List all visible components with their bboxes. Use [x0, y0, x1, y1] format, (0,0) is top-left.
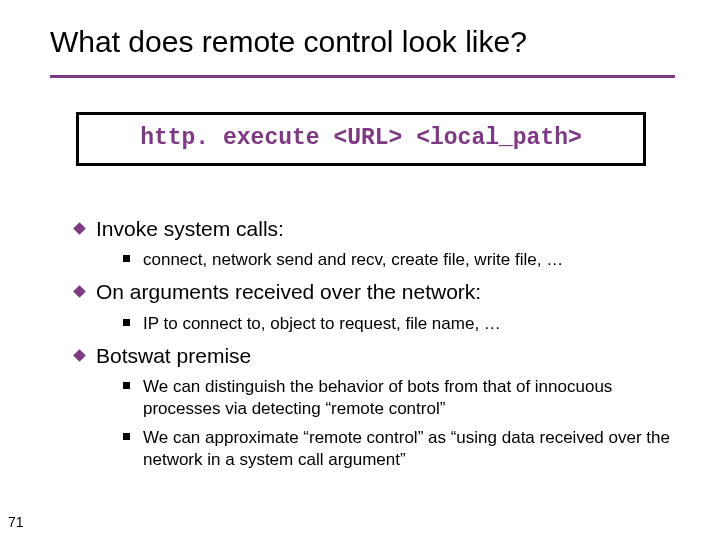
square-bullet-icon [123, 319, 130, 326]
bullet-text: Invoke system calls: [96, 216, 284, 242]
slide-title: What does remote control look like? [50, 25, 527, 59]
square-bullet-icon [123, 382, 130, 389]
command-text: http. execute <URL> <local_path> [140, 125, 582, 151]
slide: What does remote control look like? http… [0, 0, 720, 540]
square-bullet-icon [123, 255, 130, 262]
bullet-text: connect, network send and recv, create f… [143, 249, 563, 271]
bullet-text: We can distinguish the behavior of bots … [143, 376, 670, 420]
bullet-level2: connect, network send and recv, create f… [123, 249, 670, 271]
diamond-bullet-icon [73, 222, 86, 235]
diamond-bullet-icon [73, 285, 86, 298]
bullet-level2: We can distinguish the behavior of bots … [123, 376, 670, 420]
title-underline [50, 75, 675, 78]
bullet-text: Botswat premise [96, 343, 251, 369]
square-bullet-icon [123, 433, 130, 440]
page-number: 71 [8, 514, 24, 530]
bullet-level2: IP to connect to, object to request, fil… [123, 313, 670, 335]
bullet-level1: Botswat premise [75, 343, 670, 369]
bullet-level1: Invoke system calls: [75, 216, 670, 242]
bullet-text: On arguments received over the network: [96, 279, 481, 305]
body-content: Invoke system calls: connect, network se… [75, 208, 670, 477]
command-box: http. execute <URL> <local_path> [76, 112, 646, 166]
bullet-level2: We can approximate “remote control” as “… [123, 427, 670, 471]
diamond-bullet-icon [73, 349, 86, 362]
bullet-level1: On arguments received over the network: [75, 279, 670, 305]
bullet-text: IP to connect to, object to request, fil… [143, 313, 501, 335]
bullet-text: We can approximate “remote control” as “… [143, 427, 670, 471]
